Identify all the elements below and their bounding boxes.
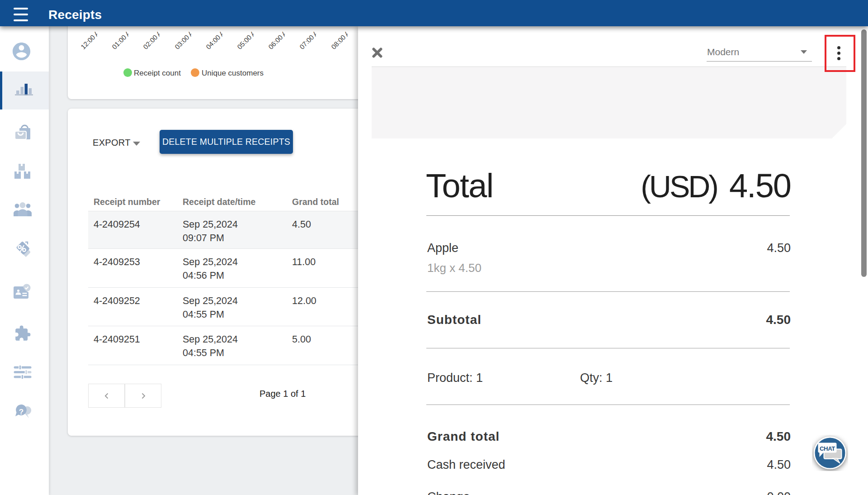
svg-text:?: ? [19, 408, 24, 416]
svg-text:CHAT: CHAT [820, 445, 835, 452]
